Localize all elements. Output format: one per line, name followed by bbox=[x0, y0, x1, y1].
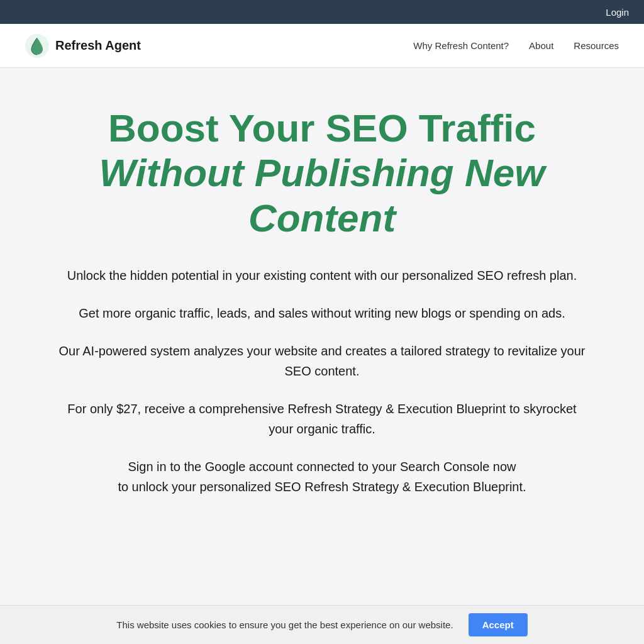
headline-line2: Without Publishing New bbox=[52, 150, 592, 195]
hero-sign-in: Sign in to the Google account connected … bbox=[58, 457, 586, 497]
nav-link-resources[interactable]: Resources bbox=[574, 40, 619, 51]
hero-body4: For only $27, receive a comprehensive Re… bbox=[58, 399, 586, 439]
nav-brand-name: Refresh Agent bbox=[55, 38, 141, 53]
hero-body3: Our AI-powered system analyzes your webs… bbox=[58, 341, 586, 381]
nav-links: Why Refresh Content? About Resources bbox=[413, 40, 619, 51]
cookie-banner: This website uses cookies to ensure you … bbox=[0, 605, 644, 644]
hero-section: Boost Your SEO Traffic Without Publishin… bbox=[0, 68, 644, 547]
hero-headline: Boost Your SEO Traffic Without Publishin… bbox=[52, 106, 592, 240]
hero-sign-in-line1: Sign in to the Google account connected … bbox=[128, 460, 516, 474]
headline-line1: Boost Your SEO Traffic bbox=[52, 106, 592, 150]
login-link[interactable]: Login bbox=[606, 7, 629, 18]
cookie-accept-button[interactable]: Accept bbox=[469, 613, 528, 636]
headline-line3: Content bbox=[52, 196, 592, 240]
nav-brand: Refresh Agent bbox=[25, 34, 413, 58]
cookie-message: This website uses cookies to ensure you … bbox=[116, 619, 453, 630]
hero-body2: Get more organic traffic, leads, and sal… bbox=[58, 303, 586, 323]
top-bar: Login bbox=[0, 0, 644, 24]
hero-body1: Unlock the hidden potential in your exis… bbox=[58, 265, 586, 286]
logo-icon bbox=[25, 34, 49, 58]
navbar: Refresh Agent Why Refresh Content? About… bbox=[0, 24, 644, 68]
hero-sign-in-line2: to unlock your personalized SEO Refresh … bbox=[118, 480, 526, 494]
nav-link-why-refresh[interactable]: Why Refresh Content? bbox=[413, 40, 509, 51]
nav-link-about[interactable]: About bbox=[529, 40, 553, 51]
